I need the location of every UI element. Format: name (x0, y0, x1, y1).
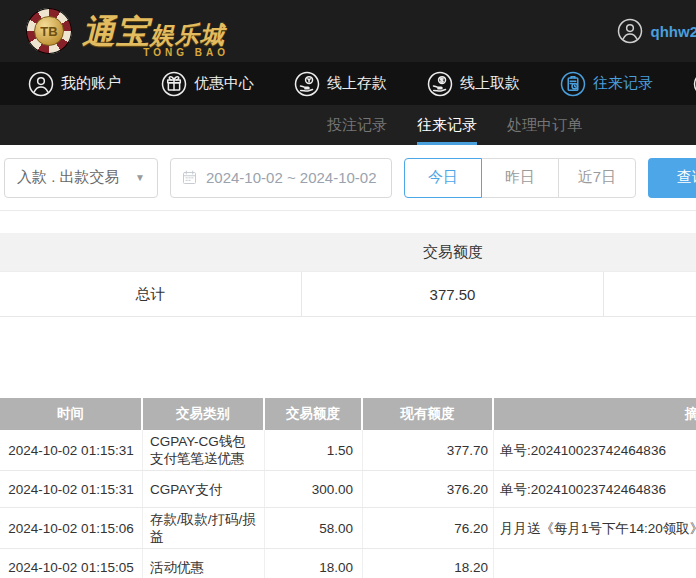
cell-memo: 单号:202410023742464836 (494, 430, 696, 470)
summary-empty-cell (604, 272, 696, 316)
cell-time: 2024-10-02 01:15:06 (0, 508, 143, 548)
logo-title-en: TONG BAO (143, 48, 229, 58)
tab-betting-records[interactable]: 投注记录 (327, 105, 387, 145)
nav-item-deposit[interactable]: 线上存款 (294, 71, 387, 97)
cell-amount: 58.00 (265, 508, 363, 548)
summary-total-label: 总计 (0, 272, 302, 316)
main-nav: 我的账户 优惠中心 线上存款 线上取款 往来记录 (0, 62, 696, 105)
poker-chip-logo-icon: TB (26, 8, 72, 54)
cell-balance: 18.20 (363, 549, 494, 578)
date-range-input[interactable]: 2024-10-02 ~ 2024-10-02 (170, 158, 392, 198)
table-row: 2024-10-02 01:15:31 CGPAY支付 300.00 376.2… (0, 471, 696, 508)
cell-time: 2024-10-02 01:15:31 (0, 430, 143, 470)
withdraw-icon (427, 71, 453, 97)
tab-transaction-records[interactable]: 往来记录 (417, 105, 477, 145)
cell-type: CGPAY-CG钱包支付笔笔送优惠 (143, 430, 265, 470)
date-range-value: 2024-10-02 ~ 2024-10-02 (206, 169, 377, 186)
today-button[interactable]: 今日 (404, 158, 482, 198)
page: TB 通宝娱乐城 TONG BAO qhhw2 我的账户 优惠中心 (0, 0, 696, 578)
gift-icon (161, 71, 187, 97)
nav-label: 往来记录 (593, 74, 653, 93)
summary-table: 交易额度 总计 377.50 (0, 233, 696, 317)
cell-balance: 376.20 (363, 471, 494, 507)
cell-amount: 300.00 (265, 471, 363, 507)
nav-label: 我的账户 (61, 74, 121, 93)
header-balance: 现有额度 (363, 398, 494, 430)
nav-item-transaction-records[interactable]: 往来记录 (560, 71, 653, 97)
header-memo: 摘要 (494, 398, 696, 430)
nav-label: 优惠中心 (194, 74, 254, 93)
table-row: 2024-10-02 01:15:31 CGPAY-CG钱包支付笔笔送优惠 1.… (0, 430, 696, 471)
transaction-type-select[interactable]: 入款 . 出款交易 ▼ (4, 158, 158, 198)
transactions-table: 时间 交易类别 交易额度 现有额度 摘要 2024-10-02 01:15:31… (0, 398, 696, 578)
cell-memo: 单号:202410023742464836 (494, 471, 696, 507)
cell-balance: 76.20 (363, 508, 494, 548)
select-value: 入款 . 出款交易 (17, 168, 120, 187)
username-text[interactable]: qhhw2 (651, 23, 696, 40)
cell-memo: 月月送《每月1号下午14:20领取》 (494, 508, 696, 548)
cell-amount: 18.00 (265, 549, 363, 578)
logo-title-cn: 通宝娱乐城 (82, 29, 225, 46)
calendar-icon (181, 169, 198, 186)
summary-total-value: 377.50 (302, 272, 604, 316)
nav-item-promotions[interactable]: 优惠中心 (161, 71, 254, 97)
cell-time: 2024-10-02 01:15:05 (0, 549, 143, 578)
record-tabs: 投注记录 往来记录 处理中订单 (0, 105, 696, 145)
table-header-row: 时间 交易类别 交易额度 现有额度 摘要 (0, 398, 696, 430)
nav-label: 线上存款 (327, 74, 387, 93)
cell-type: 存款/取款/打码/损益 (143, 508, 265, 548)
user-avatar-icon (617, 18, 643, 44)
summary-header-amount: 交易额度 (302, 243, 604, 262)
header-type: 交易类别 (143, 398, 265, 430)
cell-time: 2024-10-02 01:15:31 (0, 471, 143, 507)
records-icon (560, 71, 586, 97)
cell-type: CGPAY支付 (143, 471, 265, 507)
summary-header-row: 交易额度 (0, 233, 696, 272)
table-row: 2024-10-02 01:15:05 活动优惠 18.00 18.20 (0, 549, 696, 578)
header-time: 时间 (0, 398, 143, 430)
spacer (0, 317, 696, 398)
nav-item-withdraw[interactable]: 线上取款 (427, 71, 520, 97)
header-amount: 交易额度 (265, 398, 363, 430)
tab-pending-orders[interactable]: 处理中订单 (507, 105, 582, 145)
yesterday-button[interactable]: 昨日 (481, 158, 559, 198)
nav-label: 线上取款 (460, 74, 520, 93)
cell-type: 活动优惠 (143, 549, 265, 578)
top-header: TB 通宝娱乐城 TONG BAO qhhw2 (0, 0, 696, 62)
site-logo[interactable]: TB 通宝娱乐城 TONG BAO (26, 8, 231, 54)
user-account[interactable]: qhhw2 (617, 0, 696, 62)
search-button[interactable]: 查询 (648, 158, 696, 198)
deposit-icon (294, 71, 320, 97)
filter-bar: 入款 . 出款交易 ▼ 2024-10-02 ~ 2024-10-02 今日 昨… (0, 145, 696, 211)
user-icon (28, 71, 54, 97)
quick-date-buttons: 今日 昨日 近7日 (404, 158, 636, 198)
logo-text: 通宝娱乐城 TONG BAO (82, 15, 231, 48)
cell-amount: 1.50 (265, 430, 363, 470)
chevron-down-icon: ▼ (135, 172, 145, 183)
chip-label: TB (34, 16, 64, 46)
cell-memo (494, 549, 696, 578)
spacer (0, 211, 696, 233)
last7days-button[interactable]: 近7日 (558, 158, 636, 198)
summary-total-row: 总计 377.50 (0, 272, 696, 317)
cell-balance: 377.70 (363, 430, 494, 470)
nav-item-my-account[interactable]: 我的账户 (28, 71, 121, 97)
table-row: 2024-10-02 01:15:06 存款/取款/打码/损益 58.00 76… (0, 508, 696, 549)
